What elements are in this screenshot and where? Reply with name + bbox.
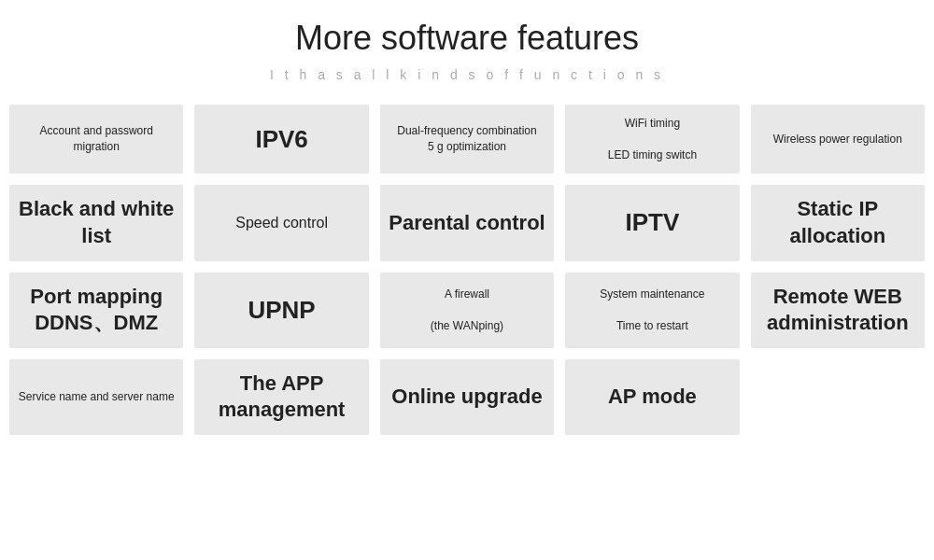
grid-cell-r1-c2: Parental control [380,185,554,260]
page-subtitle: I t h a s a l l k i n d s o f f u n c t … [270,67,664,82]
features-grid: Account and password migrationIPV6Dual-f… [9,105,925,435]
grid-cell-r2-c2: A firewall (the WANping) [380,273,554,348]
grid-cell-r1-c4: Static IP allocation [751,185,925,260]
grid-cell-r2-c3: System maintenance Time to restart [565,273,739,348]
grid-cell-r1-c1: Speed control [194,185,368,260]
page: More software features I t h a s a l l k… [0,0,934,560]
grid-cell-r2-c4: Remote WEB administration [751,273,925,348]
grid-cell-r1-c0: Black and white list [9,185,183,260]
grid-cell-r3-c3: AP mode [565,359,739,435]
grid-cell-r0-c2: Dual-frequency combination 5 g optimizat… [380,105,554,174]
grid-cell-r1-c3: IPTV [565,185,739,260]
grid-cell-r3-c4 [751,359,925,435]
grid-cell-r0-c0: Account and password migration [9,105,183,174]
grid-cell-r2-c1: UPNP [194,273,368,348]
page-title: More software features [295,19,639,58]
grid-cell-r3-c1: The APP management [194,359,368,435]
grid-cell-r0-c4: Wireless power regulation [751,105,925,174]
grid-cell-r3-c0: Service name and server name [9,359,183,435]
grid-cell-r0-c3: WiFi timing LED timing switch [565,105,739,174]
grid-cell-r2-c0: Port mapping DDNS、DMZ [9,273,183,348]
grid-cell-r0-c1: IPV6 [194,105,368,174]
grid-cell-r3-c2: Online upgrade [380,359,554,435]
